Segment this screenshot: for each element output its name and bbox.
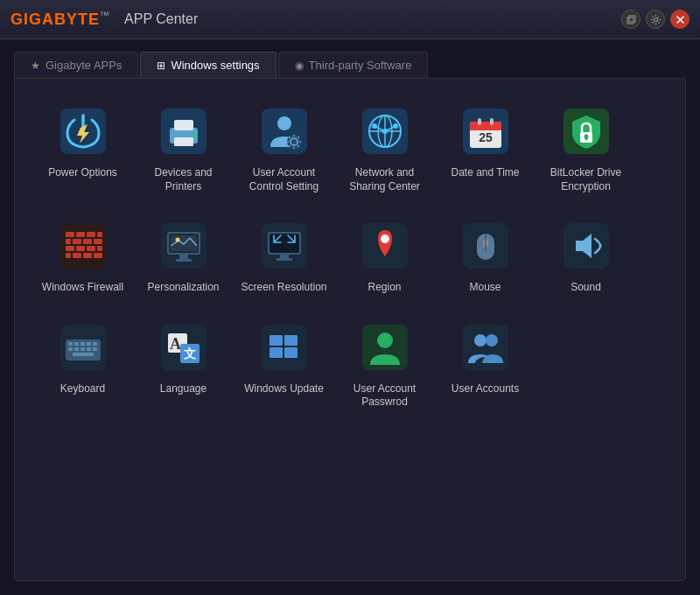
svg-rect-11	[262, 108, 307, 154]
app-windows-update[interactable]: Windows Update	[234, 312, 334, 418]
windows-update-label: Windows Update	[244, 382, 324, 396]
app-region[interactable]: Region	[334, 211, 435, 304]
sound-label: Sound	[570, 281, 601, 295]
devices-printers-label: Devices and Printers	[137, 166, 229, 193]
app-screen-resolution[interactable]: Screen Resolution	[234, 211, 334, 304]
svg-point-10	[191, 134, 195, 138]
svg-rect-84	[73, 353, 94, 356]
svg-rect-30	[490, 118, 494, 125]
svg-rect-79	[68, 347, 73, 351]
app-user-account-control[interactable]: User Account Control Setting	[234, 96, 334, 202]
title-bar: GIGABYTE™ APP Center	[0, 0, 700, 39]
svg-rect-82	[87, 347, 91, 351]
network-sharing-label: Network and Sharing Center	[339, 166, 430, 193]
svg-rect-77	[87, 342, 91, 346]
svg-rect-50	[73, 253, 81, 258]
svg-rect-92	[284, 335, 298, 346]
app-keyboard[interactable]: Keyboard	[32, 312, 133, 418]
devices-printers-icon	[158, 105, 210, 158]
personalization-icon	[158, 220, 210, 272]
title-buttons	[621, 10, 690, 29]
svg-point-66	[381, 234, 389, 243]
tab-thirdparty-software[interactable]: ◉ Third-party Software	[278, 52, 429, 78]
tab-gigabyte-apps[interactable]: ★ Gigabyte APPs	[14, 52, 138, 78]
svg-rect-75	[74, 342, 79, 346]
svg-rect-90	[262, 325, 307, 370]
app-date-time[interactable]: 25 Date and Time	[435, 96, 536, 202]
svg-rect-44	[94, 239, 102, 244]
screen-resolution-icon	[258, 220, 311, 272]
tab-windows-label: Windows settings	[171, 59, 259, 72]
svg-rect-48	[97, 246, 102, 251]
region-icon	[359, 220, 411, 272]
circle-icon: ◉	[295, 60, 304, 72]
keyboard-icon	[57, 321, 109, 374]
screen-resolution-label: Screen Resolution	[241, 281, 326, 295]
svg-rect-46	[76, 246, 85, 251]
personalization-label: Personalization	[147, 281, 219, 295]
svg-rect-74	[68, 342, 73, 346]
svg-rect-45	[66, 246, 74, 251]
app-devices-printers[interactable]: Devices and Printers	[133, 96, 234, 202]
svg-point-98	[474, 334, 486, 346]
date-time-icon: 25	[459, 105, 512, 158]
app-row-2: Windows Firewall	[24, 211, 676, 304]
brand-name: GIGABYTE™	[10, 10, 116, 29]
app-user-account-password[interactable]: User Account Passwrod	[334, 312, 435, 418]
close-button[interactable]	[670, 10, 690, 29]
app-bitlocker[interactable]: BitLocker Drive Encryption	[536, 96, 636, 202]
tab-windows-settings[interactable]: ⊞ Windows settings	[140, 52, 276, 78]
svg-rect-93	[270, 347, 283, 358]
windows-update-icon	[258, 321, 311, 374]
app-network-sharing[interactable]: Network and Sharing Center	[334, 96, 435, 202]
svg-rect-41	[66, 239, 71, 244]
user-accounts-icon	[459, 321, 512, 374]
app-row-1: Power Options	[24, 96, 676, 202]
app-sound[interactable]: Sound	[536, 211, 636, 304]
svg-rect-37	[66, 232, 74, 237]
app-mouse[interactable]: Mouse	[435, 211, 536, 304]
svg-rect-29	[478, 118, 481, 125]
apps-content: Power Options	[14, 78, 686, 581]
settings-button[interactable]	[646, 10, 665, 29]
app-windows-firewall[interactable]: Windows Firewall	[32, 211, 133, 304]
svg-rect-40	[97, 232, 102, 237]
svg-rect-83	[93, 347, 97, 351]
date-time-label: Date and Time	[451, 166, 519, 180]
main-content: ★ Gigabyte APPs ⊞ Windows settings ◉ Thi…	[0, 39, 700, 595]
app-language[interactable]: A 文 Language	[133, 312, 234, 418]
svg-point-59	[175, 238, 179, 242]
windows-firewall-icon	[57, 220, 109, 272]
bitlocker-label: BitLocker Drive Encryption	[540, 166, 632, 193]
restore-button[interactable]	[621, 10, 640, 29]
sound-icon	[560, 220, 612, 272]
svg-rect-42	[73, 239, 81, 244]
star-icon: ★	[31, 60, 40, 72]
svg-rect-38	[76, 232, 85, 237]
svg-rect-81	[80, 347, 85, 351]
svg-text:文: 文	[184, 346, 196, 360]
svg-rect-94	[284, 347, 298, 358]
svg-rect-9	[174, 137, 193, 146]
user-account-password-label: User Account Passwrod	[339, 382, 430, 410]
svg-rect-49	[66, 253, 71, 258]
language-label: Language	[160, 382, 206, 396]
svg-rect-57	[176, 259, 192, 262]
app-personalization[interactable]: Personalization	[133, 211, 234, 304]
tab-bar: ★ Gigabyte APPs ⊞ Windows settings ◉ Thi…	[0, 39, 700, 78]
app-user-accounts[interactable]: User Accounts	[435, 312, 536, 418]
app-power-options[interactable]: Power Options	[32, 96, 133, 202]
svg-point-12	[277, 116, 291, 130]
svg-rect-8	[174, 120, 193, 130]
svg-rect-76	[80, 342, 85, 346]
svg-rect-51	[83, 253, 92, 258]
svg-text:25: 25	[479, 130, 493, 144]
user-account-control-label: User Account Control Setting	[238, 166, 330, 193]
svg-rect-43	[83, 239, 92, 244]
svg-rect-78	[93, 342, 97, 346]
mouse-label: Mouse	[469, 281, 500, 295]
svg-rect-0	[627, 18, 634, 24]
app-row-3: Keyboard A 文 Language	[24, 312, 676, 418]
svg-text:A: A	[170, 335, 181, 353]
keyboard-label: Keyboard	[60, 382, 105, 396]
